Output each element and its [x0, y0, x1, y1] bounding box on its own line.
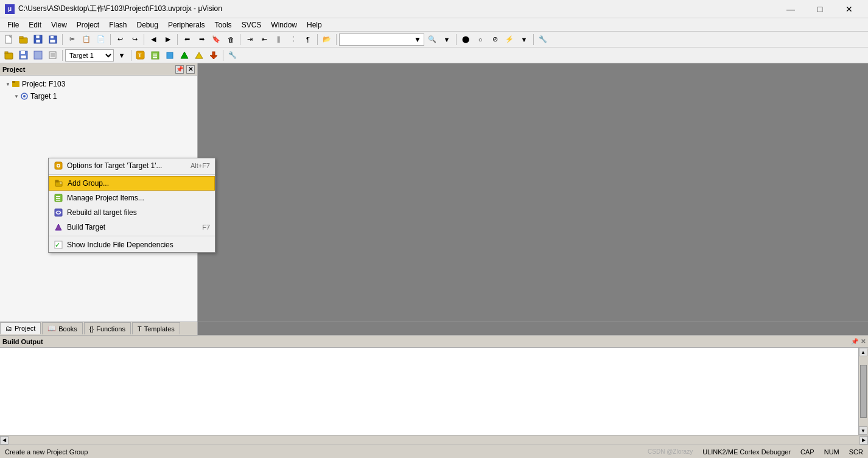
scroll-down-arrow[interactable]: ▼ — [859, 426, 867, 435]
panel-pin-button[interactable]: 📌 — [175, 65, 184, 74]
target-combo-dropdown[interactable]: ▼ — [115, 49, 128, 62]
find-button[interactable]: 🔍 — [425, 33, 439, 46]
menu-svcs[interactable]: SVCS — [237, 18, 267, 32]
tab-books[interactable]: 📖 Books — [42, 322, 83, 334]
bookmark-prev-button[interactable]: ⬅ — [180, 33, 194, 46]
svg-rect-11 — [5, 52, 8, 54]
panel-close-button[interactable]: ✕ — [186, 65, 195, 74]
build-output-close[interactable]: ✕ — [861, 338, 866, 345]
menu-peripherals[interactable]: Peripherals — [163, 18, 210, 32]
minimize-button[interactable]: — — [777, 0, 805, 18]
tree-root-project[interactable]: ▼ Project: F103 — [2, 78, 195, 90]
project-close-button[interactable] — [32, 49, 45, 62]
batch-build-button[interactable] — [46, 49, 60, 62]
settings-button[interactable]: 🔧 — [226, 49, 239, 62]
title-text: C:\Users\AS\Desktop\工作\F103\Project\F103… — [18, 4, 222, 14]
new-file-button[interactable] — [2, 33, 16, 46]
tab-templates[interactable]: T Templates — [132, 322, 180, 334]
search-dropdown-icon[interactable]: ▼ — [414, 35, 421, 44]
debug-stop-button[interactable]: ○ — [474, 33, 487, 46]
scroll-thumb[interactable] — [860, 365, 867, 418]
project-open-button[interactable] — [2, 49, 16, 62]
menu-flash[interactable]: Flash — [104, 18, 131, 32]
ctx-build-target[interactable]: Build Target F7 — [49, 220, 215, 234]
menu-window[interactable]: Window — [266, 18, 302, 32]
scroll-up-arrow[interactable]: ▲ — [859, 348, 867, 356]
menu-debug[interactable]: Debug — [132, 18, 163, 32]
find-dropdown-button[interactable]: ▼ — [440, 33, 453, 46]
bookmark-toggle-button[interactable]: 🔖 — [209, 33, 223, 46]
maximize-button[interactable]: □ — [806, 0, 834, 18]
debug-reset-button[interactable]: ⊘ — [488, 33, 502, 46]
toolbar2: Target 1 ▼ T 🔧 — [0, 48, 868, 63]
unindent-button[interactable]: ⇤ — [257, 33, 271, 46]
tab-functions[interactable]: {} Functions — [84, 322, 131, 334]
menu-project[interactable]: Project — [72, 18, 104, 32]
copy-button[interactable]: 📋 — [80, 33, 93, 46]
svg-point-32 — [23, 95, 26, 97]
build-output-scrollbar[interactable]: ▲ ▼ — [858, 348, 868, 435]
debug-run-button[interactable]: ⬤ — [459, 33, 472, 46]
redo-button[interactable]: ↪ — [128, 33, 141, 46]
svg-rect-42 — [56, 200, 60, 201]
bookmark-next-button[interactable]: ➡ — [195, 33, 208, 46]
menu-file[interactable]: File — [2, 18, 24, 32]
target-combo[interactable]: Target 1 — [65, 49, 114, 62]
menu-view[interactable]: View — [46, 18, 72, 32]
menu-help[interactable]: Help — [302, 18, 327, 32]
h-scroll-track[interactable] — [9, 437, 859, 443]
debug-step-dropdown[interactable]: ▼ — [517, 33, 531, 46]
build-output-pin[interactable]: 📌 — [851, 338, 858, 345]
start-debug-button[interactable] — [192, 49, 206, 62]
ctx-rebuild-all[interactable]: Rebuild all target files — [49, 205, 215, 220]
title-bar-controls: — □ ✕ — [777, 0, 863, 18]
options-target-button[interactable]: T — [134, 49, 147, 62]
indent-button[interactable]: ⇥ — [243, 33, 256, 46]
project-panel-title: Project — [2, 66, 25, 73]
ctx-shortcut-options: Alt+F7 — [191, 162, 210, 169]
debug-step-button[interactable]: ⚡ — [503, 33, 516, 46]
save-all-button[interactable] — [46, 33, 60, 46]
context-menu: Options for Target 'Target 1'... Alt+F7 … — [48, 158, 215, 253]
scroll-left-arrow[interactable]: ◀ — [0, 436, 9, 445]
ctx-options-target[interactable]: Options for Target 'Target 1'... Alt+F7 — [49, 158, 215, 173]
build-output-controls: 📌 ✕ — [851, 338, 866, 345]
tab-project[interactable]: 🗂 Project — [0, 322, 41, 334]
tree-target1[interactable]: ▼ Target 1 — [2, 90, 195, 102]
copy-target-button[interactable] — [163, 49, 177, 62]
undo-button[interactable]: ↩ — [113, 33, 127, 46]
menu-tools[interactable]: Tools — [210, 18, 237, 32]
flash-download-button[interactable] — [207, 49, 220, 62]
open-doc-button[interactable]: 📂 — [320, 33, 334, 46]
paste-button[interactable]: 📄 — [94, 33, 108, 46]
cut-button[interactable]: ✂ — [65, 33, 79, 46]
tab-functions-label: Functions — [96, 325, 125, 333]
scroll-right-arrow[interactable]: ▶ — [859, 436, 868, 445]
navigate-back-button[interactable]: ◀ — [147, 33, 160, 46]
uncomment-button[interactable]: ⁚ — [287, 33, 300, 46]
svg-marker-26 — [195, 52, 203, 58]
search-input[interactable] — [341, 36, 414, 43]
save-button[interactable] — [32, 33, 45, 46]
svg-rect-8 — [51, 36, 54, 38]
comment-button[interactable]: ∥ — [272, 33, 285, 46]
navigate-forward-button[interactable]: ▶ — [161, 33, 175, 46]
menu-edit[interactable]: Edit — [24, 18, 46, 32]
close-button[interactable]: ✕ — [835, 0, 863, 18]
ctx-icon-options — [54, 161, 63, 171]
toolbar-separator-5 — [240, 34, 240, 45]
status-right: CSDN @Zlorazy ULINK2/ME Cortex Debugger … — [648, 448, 863, 456]
extra-tool-button[interactable]: 🔧 — [536, 33, 550, 46]
tab-spacer — [198, 322, 868, 335]
ctx-add-group[interactable]: + Add Group... — [49, 176, 215, 191]
manage-components-button[interactable] — [149, 49, 162, 62]
horizontal-scrollbar[interactable]: ◀ ▶ — [0, 435, 868, 445]
bookmark-clear-button[interactable]: 🗑 — [224, 33, 237, 46]
svg-rect-17 — [51, 53, 55, 57]
ctx-show-deps[interactable]: ✓ Show Include File Dependencies — [49, 238, 215, 252]
open-file-button[interactable] — [17, 33, 30, 46]
ctx-manage-items[interactable]: Manage Project Items... — [49, 191, 215, 205]
build-all-button[interactable] — [178, 49, 191, 62]
project-save-button[interactable] — [17, 49, 30, 62]
whitespace-button[interactable]: ¶ — [301, 33, 315, 46]
